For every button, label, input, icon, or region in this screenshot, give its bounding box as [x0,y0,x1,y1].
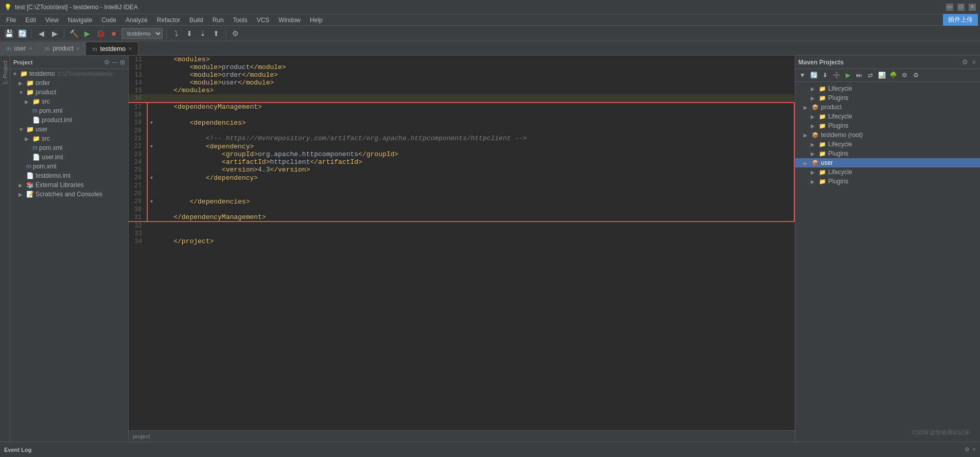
tools-btn[interactable]: ⚙ [230,28,241,39]
maven-run-btn[interactable]: ▶ [843,70,853,80]
code-26[interactable]: </dependency> [155,174,794,182]
code-13[interactable]: <module>order</module> [155,71,794,79]
code-29[interactable]: </dependencies> [155,197,794,206]
menu-file[interactable]: File [2,15,20,25]
tree-scratches[interactable]: ▶ 📝 Scratches and Consoles [10,190,128,199]
maven-skip-btn[interactable]: ⏭ [854,70,864,80]
code-25[interactable]: <version>4.3</version> [155,166,794,174]
force-step[interactable]: ⇣ [197,28,208,39]
maven-item-testdemo-lifecycle[interactable]: ▶ 📁 Lifecycle [795,140,980,149]
code-28[interactable] [155,190,794,197]
sidebar-gear[interactable]: ⚙ [104,59,110,66]
run-config-dropdown[interactable]: testdemo [121,28,163,39]
maven-item-product-lifecycle[interactable]: ▶ 📁 Lifecycle [795,112,980,121]
menu-vcs[interactable]: VCS [253,15,274,25]
tab-user-close[interactable]: × [29,46,32,52]
maven-settings-btn[interactable]: ⚙ [899,70,909,80]
code-34[interactable]: </project> [155,238,794,245]
maven-refresh-btn[interactable]: 🔄 [809,70,819,80]
menu-analyze[interactable]: Analyze [121,15,152,25]
menu-edit[interactable]: Edit [21,15,40,25]
maven-item-order-plugins[interactable]: ▶ 📁 Plugins [795,93,980,103]
maven-item-order-lifecycle[interactable]: ▶ 📁 Lifecycle [795,84,980,93]
maven-close-icon[interactable]: × [971,58,977,66]
tree-user-pom[interactable]: ▶ m pom.xml [10,143,128,153]
code-32[interactable] [155,222,794,230]
close-btn[interactable]: × [969,4,976,11]
upload-button[interactable]: 插件上传 [943,14,978,26]
step-out[interactable]: ⬆ [211,28,222,39]
tree-order[interactable]: ▶ 📁 order [10,78,128,88]
maven-toggle-btn[interactable]: ⇄ [865,70,876,80]
maven-download-btn[interactable]: ⬇ [820,70,830,80]
tab-user[interactable]: m user × [0,42,39,55]
code-11[interactable]: <modules> [155,56,794,63]
tree-testdemo-iml[interactable]: ▶ 📄 testdemo.iml [10,171,128,180]
code-33[interactable] [155,230,794,238]
maven-lifecycle-btn[interactable]: ♻ [911,70,921,80]
code-22[interactable]: <dependency> [155,142,794,150]
eventlog-close-icon[interactable]: × [973,446,976,453]
code-18[interactable] [155,111,794,119]
menu-code[interactable]: Code [97,15,120,25]
code-14[interactable]: <module>user</module> [155,79,794,87]
forward-button[interactable]: ▶ [49,28,60,39]
maven-settings-icon[interactable]: ⚙ [961,58,969,66]
maven-item-user-lifecycle[interactable]: ▶ 📁 Lifecycle [795,167,980,177]
back-button[interactable]: ◀ [36,28,47,39]
stop-button[interactable]: ■ [108,28,119,39]
maven-item-testdemo[interactable]: ▶ 📦 testdemo (root) [795,130,980,140]
code-24[interactable]: <artifactId>httpclient</artifactId> [155,158,794,166]
code-27[interactable] [155,182,794,190]
code-21[interactable]: <!-- https://mvnrepository.com/artifact/… [155,134,794,142]
tree-testdemo[interactable]: ▼ 📁 testdemo C:\ZTools\test\testdemo [10,69,128,78]
tab-testdemo[interactable]: m testdemo × [86,42,138,55]
menu-window[interactable]: Window [274,15,305,25]
tab-product-close[interactable]: × [77,46,80,52]
maximize-btn[interactable]: □ [957,4,965,11]
maven-item-user[interactable]: ▶ 📦 user [795,158,980,167]
vtab-project[interactable]: 1: Project [1,56,10,90]
code-23[interactable]: <groupId>org.apache.httpcomponents</grou… [155,150,794,158]
menu-refactor[interactable]: Refactor [153,15,184,25]
run-button[interactable]: ▶ [81,28,93,39]
maven-item-testdemo-plugins[interactable]: ▶ 📁 Plugins [795,149,980,158]
tree-user-src[interactable]: ▶ 📁 src [10,134,128,143]
maven-item-user-plugins[interactable]: ▶ 📁 Plugins [795,177,980,186]
maven-item-product-plugins[interactable]: ▶ 📁 Plugins [795,121,980,130]
code-20[interactable] [155,127,794,134]
minimize-btn[interactable]: — [946,4,953,11]
tab-product[interactable]: m product × [39,42,86,55]
maven-tree-btn[interactable]: 🌳 [888,70,898,80]
maven-item-product[interactable]: ▶ 📦 product [795,103,980,112]
tree-root-pom[interactable]: ▶ m pom.xml [10,162,128,171]
code-12[interactable]: <module>product</module> [155,63,794,71]
tree-external-libs[interactable]: ▶ 📚 External Libraries [10,180,128,190]
menu-navigate[interactable]: Navigate [64,15,96,25]
build-button[interactable]: 🔨 [68,28,79,39]
save-button[interactable]: 💾 [3,28,14,39]
tree-product-pom[interactable]: ▶ m pom.xml [10,106,128,115]
menu-help[interactable]: Help [306,15,327,25]
code-31[interactable]: </dependencyManagement> [155,213,794,222]
tree-user[interactable]: ▼ 📁 user [10,125,128,134]
debug-button[interactable]: 🐞 [95,28,106,39]
sidebar-expand[interactable]: ⊞ [120,59,125,66]
code-30[interactable] [155,206,794,213]
code-17[interactable]: <dependencyManagement> [155,103,794,111]
menu-tools[interactable]: Tools [229,15,252,25]
menu-build[interactable]: Build [185,15,207,25]
menu-run[interactable]: Run [208,15,228,25]
tab-testdemo-close[interactable]: × [129,46,132,52]
tree-user-iml[interactable]: ▶ 📄 user.iml [10,153,128,162]
maven-add-btn[interactable]: ➕ [831,70,842,80]
maven-chart-btn[interactable]: 📊 [877,70,887,80]
tree-product-iml[interactable]: ▶ 📄 product.iml [10,115,128,125]
eventlog-settings-icon[interactable]: ⚙ [965,446,970,453]
maven-collapse-btn[interactable]: ▼ [797,70,808,80]
menu-view[interactable]: View [41,15,63,25]
step-over[interactable]: ⤵ [170,28,182,39]
tree-product-src[interactable]: ▶ 📁 src [10,97,128,106]
step-into[interactable]: ⬇ [184,28,195,39]
code-16[interactable] [155,94,794,103]
